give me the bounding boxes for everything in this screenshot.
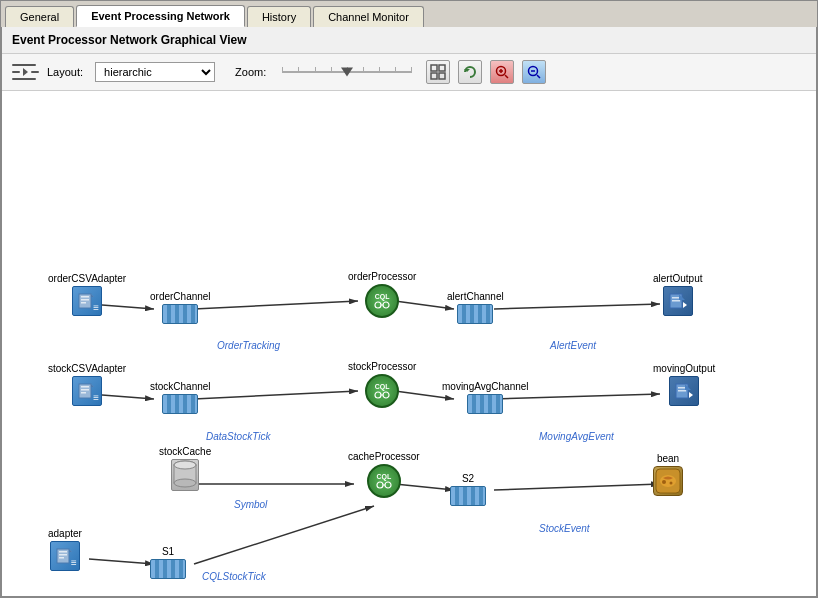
- bean-svg: [655, 468, 681, 494]
- tab-history[interactable]: History: [247, 6, 311, 27]
- adapter-svg: [78, 292, 96, 310]
- node-label-movingAvgChannel: movingAvgChannel: [442, 381, 529, 392]
- layout-icon: [12, 64, 39, 80]
- svg-rect-2: [431, 73, 437, 79]
- node-label-stockCache: stockCache: [159, 446, 211, 457]
- link-label-cqlstocktick: CQLStockTick: [202, 571, 266, 582]
- svg-rect-67: [59, 554, 67, 556]
- node-movingOutput[interactable]: movingOutput: [653, 363, 715, 406]
- line1: [12, 64, 36, 66]
- line3: [12, 78, 36, 80]
- gear-svg: [373, 301, 391, 309]
- svg-rect-68: [59, 557, 64, 559]
- node-label-s1Channel: S1: [162, 546, 174, 557]
- svg-point-56: [174, 479, 196, 487]
- connections-svg: [2, 91, 816, 596]
- link-label-datastocktick: DataStockTick: [206, 431, 270, 442]
- svg-rect-41: [81, 386, 89, 388]
- svg-rect-51: [678, 390, 686, 392]
- node-movingAvgChannel[interactable]: movingAvgChannel: [442, 381, 529, 414]
- svg-rect-1: [439, 65, 445, 71]
- node-adapter[interactable]: adapter: [48, 528, 82, 571]
- node-bean[interactable]: bean: [653, 453, 683, 496]
- svg-point-59: [385, 482, 391, 488]
- cache-icon-stock: [171, 459, 199, 491]
- svg-point-32: [375, 302, 381, 308]
- node-stockChannel[interactable]: stockChannel: [150, 381, 211, 414]
- svg-rect-66: [59, 551, 67, 553]
- svg-marker-39: [683, 302, 687, 308]
- channel-icon-s1: [150, 559, 186, 579]
- zoom-out-button[interactable]: [522, 60, 546, 84]
- svg-rect-3: [439, 73, 445, 79]
- node-label-orderProcessor: orderProcessor: [348, 271, 416, 282]
- link-label-symbol: Symbol: [234, 499, 267, 510]
- node-orderProcessor[interactable]: orderProcessor CQL: [348, 271, 416, 318]
- layout-select[interactable]: hierarchic organic tree: [95, 62, 215, 82]
- zoom-in-button[interactable]: [490, 60, 514, 84]
- node-stockCache[interactable]: stockCache: [159, 446, 211, 491]
- bean-icon: [653, 466, 683, 496]
- svg-rect-36: [672, 297, 680, 299]
- node-label-stockProcessor: stockProcessor: [348, 361, 416, 372]
- toolbar: Layout: hierarchic organic tree Zoom:: [2, 54, 816, 91]
- svg-line-18: [194, 391, 358, 399]
- line2a: [12, 71, 20, 73]
- svg-rect-28: [81, 299, 89, 301]
- output-icon-alert: [663, 286, 693, 316]
- node-label-stockCSVAdapter: stockCSVAdapter: [48, 363, 126, 374]
- tab-general[interactable]: General: [5, 6, 74, 27]
- fit-icon: [430, 64, 446, 80]
- svg-line-8: [505, 75, 508, 78]
- gear-svg3: [375, 481, 393, 489]
- node-s1Channel[interactable]: S1: [150, 546, 186, 579]
- fit-button[interactable]: [426, 60, 450, 84]
- svg-rect-27: [81, 296, 89, 298]
- svg-marker-45: [91, 384, 94, 387]
- tab-channel-monitor[interactable]: Channel Monitor: [313, 6, 424, 27]
- node-orderChannel[interactable]: orderChannel: [150, 291, 211, 324]
- cache-svg: [173, 460, 197, 490]
- refresh-icon: [462, 64, 478, 80]
- svg-rect-43: [81, 392, 86, 394]
- svg-marker-70: [69, 549, 72, 552]
- channel-icon-stock: [162, 394, 198, 414]
- link-label-alertevent: AlertEvent: [550, 340, 596, 351]
- svg-rect-29: [81, 302, 86, 304]
- zoom-track: [282, 71, 412, 73]
- node-label-s2Channel: S2: [462, 473, 474, 484]
- svg-point-47: [383, 392, 389, 398]
- node-stockProcessor[interactable]: stockProcessor CQL: [348, 361, 416, 408]
- svg-point-58: [377, 482, 383, 488]
- node-label-movingOutput: movingOutput: [653, 363, 715, 374]
- adapter-svg3: [56, 547, 74, 565]
- node-s2Channel[interactable]: S2: [450, 473, 486, 506]
- adapter-icon-order: [72, 286, 102, 316]
- zoom-label: Zoom:: [235, 66, 266, 78]
- channel-icon-s2: [450, 486, 486, 506]
- gear-svg2: [373, 391, 391, 399]
- svg-line-24: [89, 559, 154, 564]
- adapter-icon-generic: [50, 541, 80, 571]
- tab-epn[interactable]: Event Processing Network: [76, 5, 245, 27]
- layout-label: Layout:: [47, 66, 83, 78]
- processor-icon-cache: CQL: [367, 464, 401, 498]
- node-label-orderChannel: orderChannel: [150, 291, 211, 302]
- cql-label2: CQL: [375, 383, 390, 390]
- node-label-cacheProcessor: cacheProcessor: [348, 451, 420, 462]
- svg-rect-37: [672, 300, 680, 302]
- zoom-slider-container[interactable]: [282, 71, 412, 73]
- node-alertChannel[interactable]: alertChannel: [447, 291, 504, 324]
- node-cacheProcessor[interactable]: cacheProcessor CQL: [348, 451, 420, 498]
- refresh-button[interactable]: [458, 60, 482, 84]
- link-label-ordertracking: OrderTracking: [217, 340, 280, 351]
- node-alertOutput[interactable]: alertOutput: [653, 273, 702, 316]
- node-stockCSVAdapter[interactable]: stockCSVAdapter: [48, 363, 126, 406]
- node-label-adapter: adapter: [48, 528, 82, 539]
- node-orderCSVAdapter[interactable]: orderCSVAdapter: [48, 273, 126, 316]
- svg-line-14: [194, 301, 358, 309]
- link-label-movingavgevent: MovingAvgEvent: [539, 431, 614, 442]
- arrow-icon: [23, 68, 28, 76]
- svg-rect-0: [431, 65, 437, 71]
- svg-line-11: [537, 75, 540, 78]
